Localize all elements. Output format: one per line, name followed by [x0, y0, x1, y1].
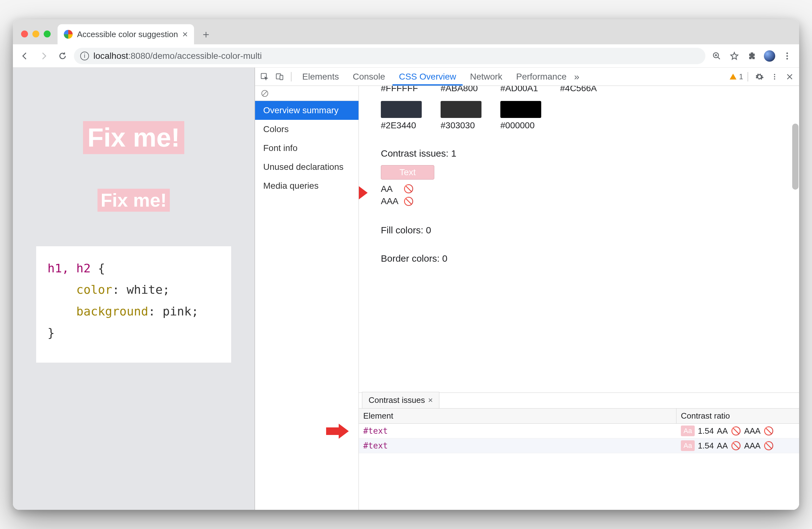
clear-overview-icon[interactable] [255, 86, 359, 101]
favicon-icon [64, 30, 73, 39]
color-label: #000000 [501, 120, 541, 130]
contrast-ratio-cell: Aa 1.54 AA🚫 AAA🚫 [677, 424, 799, 438]
browser-toolbar: i localhost:8080/demo/accessible-color-m… [13, 44, 799, 68]
toolbar-right [709, 48, 795, 63]
browser-tab[interactable]: Accessible color suggestion × [58, 24, 194, 44]
close-tab-button[interactable]: × [183, 29, 188, 40]
site-info-icon[interactable]: i [80, 52, 89, 60]
back-button[interactable] [17, 48, 32, 63]
color-swatch[interactable] [381, 101, 422, 118]
extensions-icon[interactable] [744, 48, 759, 63]
zoom-icon[interactable] [709, 48, 724, 63]
sidebar-item-media-queries[interactable]: Media queries [255, 176, 359, 195]
devtools-tab-bar: Elements Console CSS Overview Network Pe… [255, 68, 799, 86]
svg-point-1 [786, 52, 788, 54]
tab-title: Accessible color suggestion [77, 30, 178, 39]
more-tabs-button[interactable]: » [574, 71, 580, 82]
url-host: localhost:8080/demo/accessible-color-mul… [93, 51, 262, 61]
reload-button[interactable] [55, 48, 70, 63]
svg-point-2 [786, 55, 788, 57]
device-toggle-icon[interactable] [273, 70, 287, 84]
devtools-panel: Elements Console CSS Overview Network Pe… [255, 68, 799, 510]
aa-swatch-icon: Aa [681, 426, 695, 436]
minimize-window-button[interactable] [32, 30, 39, 38]
fail-icon: 🚫 [404, 183, 414, 195]
svg-point-3 [786, 58, 788, 59]
bottom-panel-tabbar: Contrast issues × [359, 393, 799, 409]
sidebar-item-unused-declarations[interactable]: Unused declarations [255, 158, 359, 176]
window-controls [18, 30, 55, 44]
contrast-issue-row[interactable]: #text Aa 1.54 AA🚫 AAA🚫 [359, 424, 799, 439]
scrollbar-thumb[interactable] [792, 124, 798, 190]
close-window-button[interactable] [21, 30, 28, 38]
address-bar[interactable]: i localhost:8080/demo/accessible-color-m… [74, 48, 706, 64]
rendered-page: Fix me! Fix me! h1, h2 { color: white; b… [13, 68, 255, 510]
tab-performance[interactable]: Performance [510, 68, 573, 86]
fail-icon: 🚫 [731, 441, 741, 451]
fail-icon: 🚫 [404, 196, 414, 207]
svg-point-9 [774, 78, 775, 80]
color-label: #2E3440 [381, 120, 422, 130]
aa-swatch-icon: Aa [681, 440, 695, 451]
sidebar-item-font-info[interactable]: Font info [255, 139, 359, 158]
sidebar-item-colors[interactable]: Colors [255, 120, 359, 139]
column-header-contrast-ratio: Contrast ratio [677, 409, 799, 423]
color-swatch[interactable] [440, 101, 481, 118]
sidebar-item-overview-summary[interactable]: Overview summary [255, 101, 359, 120]
contrast-ratio-cell: Aa 1.54 AA🚫 AAA🚫 [677, 439, 799, 453]
contrast-issue-row[interactable]: #text Aa 1.54 AA🚫 AAA🚫 [359, 439, 799, 453]
bottom-panel-header: Element Contrast ratio [359, 409, 799, 424]
svg-rect-6 [280, 75, 283, 80]
forward-button[interactable] [36, 48, 51, 63]
inspect-element-icon[interactable] [258, 70, 271, 84]
color-swatch[interactable] [501, 101, 541, 118]
color-hex: #FFFFFF [381, 86, 422, 94]
css-overview-main: #FFFFFF #ABA800 #AD00A1 #4C566A #2E3440 [359, 86, 799, 510]
contrast-levels: AA🚫 AAA🚫 [381, 183, 790, 207]
tab-css-overview[interactable]: CSS Overview [392, 68, 462, 86]
contrast-issues-heading: Contrast issues: 1 [381, 148, 790, 159]
annotation-arrow-icon [359, 183, 369, 202]
color-label: #303030 [440, 120, 481, 130]
bottom-tab-contrast-issues[interactable]: Contrast issues × [362, 392, 439, 408]
maximize-window-button[interactable] [44, 30, 50, 38]
tab-strip: Accessible color suggestion × ＋ [13, 19, 799, 44]
bookmark-star-icon[interactable] [727, 48, 742, 63]
demo-code-block: h1, h2 { color: white; background: pink;… [36, 246, 231, 363]
swatch-label-row: #2E3440 #303030 #000000 [381, 120, 790, 130]
browser-menu-button[interactable] [780, 48, 795, 63]
fail-icon: 🚫 [731, 426, 741, 436]
issues-indicator[interactable]: 1 [729, 72, 743, 81]
browser-window: Accessible color suggestion × ＋ i localh… [13, 19, 799, 510]
contrast-issues-panel: Contrast issues × Element Contrast ratio… [359, 392, 799, 510]
devtools-menu-icon[interactable] [768, 70, 782, 84]
color-hex: #4C566A [560, 86, 601, 94]
contrast-text-swatch[interactable]: Text [381, 165, 434, 180]
svg-point-7 [774, 74, 775, 75]
demo-heading-2: Fix me! [98, 189, 170, 212]
css-overview-body: Overview summary Colors Font info Unused… [255, 86, 799, 510]
element-cell: #text [359, 439, 677, 453]
overview-scroll-area[interactable]: #FFFFFF #ABA800 #AD00A1 #4C566A #2E3440 [359, 86, 799, 392]
css-overview-sidebar: Overview summary Colors Font info Unused… [255, 86, 359, 510]
tab-console[interactable]: Console [347, 68, 392, 86]
tab-network[interactable]: Network [464, 68, 509, 86]
svg-point-8 [774, 76, 775, 77]
annotation-arrow-icon [325, 422, 350, 441]
border-colors-heading: Border colors: 0 [381, 253, 790, 264]
color-hex: #ABA800 [440, 86, 481, 94]
close-devtools-button[interactable] [783, 70, 797, 84]
tab-elements[interactable]: Elements [296, 68, 345, 86]
close-bottom-tab-icon[interactable]: × [428, 395, 433, 405]
settings-gear-icon[interactable] [753, 70, 766, 84]
new-tab-button[interactable]: ＋ [199, 27, 213, 41]
fail-icon: 🚫 [764, 441, 774, 451]
profile-avatar[interactable] [762, 48, 777, 63]
fail-icon: 🚫 [764, 426, 774, 436]
swatch-row [381, 101, 790, 118]
color-hex: #AD00A1 [501, 86, 541, 94]
fill-colors-heading: Fill colors: 0 [381, 225, 790, 235]
demo-heading-1: Fix me! [83, 121, 184, 154]
column-header-element: Element [359, 409, 677, 423]
color-row-partial: #FFFFFF #ABA800 #AD00A1 #4C566A [381, 86, 790, 94]
